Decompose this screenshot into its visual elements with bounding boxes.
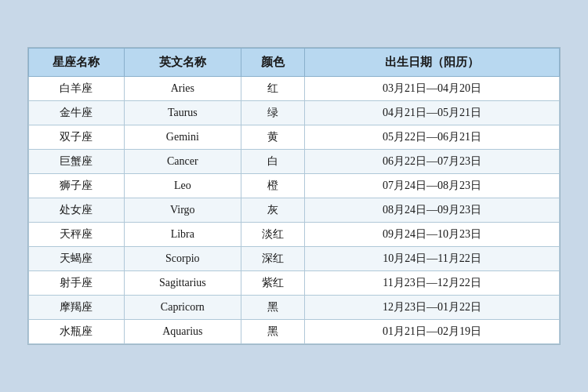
table-row: 白羊座Aries红03月21日—04月20日	[29, 77, 560, 101]
table-row: 天秤座Libra淡红09月24日—10月23日	[29, 223, 560, 247]
table-row: 巨蟹座Cancer白06月22日—07月23日	[29, 150, 560, 174]
cell-cn: 巨蟹座	[29, 150, 125, 174]
cell-color: 淡红	[241, 223, 304, 247]
cell-date: 01月21日—02月19日	[305, 320, 560, 344]
table-row: 天蝎座Scorpio深红10月24日—11月22日	[29, 247, 560, 271]
cell-color: 白	[241, 150, 304, 174]
cell-date: 06月22日—07月23日	[305, 150, 560, 174]
cell-cn: 白羊座	[29, 77, 125, 101]
cell-date: 09月24日—10月23日	[305, 223, 560, 247]
header-color: 颜色	[241, 49, 304, 77]
cell-cn: 金牛座	[29, 101, 125, 125]
cell-date: 07月24日—08月23日	[305, 174, 560, 198]
cell-en: Virgo	[124, 198, 241, 223]
cell-cn: 处女座	[29, 198, 125, 223]
table-row: 金牛座Taurus绿04月21日—05月21日	[29, 101, 560, 125]
table-row: 摩羯座Capricorn黑12月23日—01月22日	[29, 296, 560, 320]
cell-color: 橙	[241, 174, 304, 198]
cell-en: Capricorn	[124, 296, 241, 320]
cell-date: 12月23日—01月22日	[305, 296, 560, 320]
cell-color: 黑	[241, 296, 304, 320]
cell-date: 05月22日—06月21日	[305, 125, 560, 150]
cell-en: Sagittarius	[124, 271, 241, 296]
cell-color: 黑	[241, 320, 304, 344]
cell-color: 绿	[241, 101, 304, 125]
zodiac-table: 星座名称 英文名称 颜色 出生日期（阳历） 白羊座Aries红03月21日—04…	[28, 48, 560, 344]
cell-cn: 水瓶座	[29, 320, 125, 344]
cell-date: 10月24日—11月22日	[305, 247, 560, 271]
cell-date: 03月21日—04月20日	[305, 77, 560, 101]
cell-color: 黄	[241, 125, 304, 150]
cell-date: 04月21日—05月21日	[305, 101, 560, 125]
cell-cn: 摩羯座	[29, 296, 125, 320]
cell-en: Taurus	[124, 101, 241, 125]
header-en: 英文名称	[124, 49, 241, 77]
table-row: 射手座Sagittarius紫红11月23日—12月22日	[29, 271, 560, 296]
cell-en: Leo	[124, 174, 241, 198]
cell-date: 11月23日—12月22日	[305, 271, 560, 296]
cell-cn: 天秤座	[29, 223, 125, 247]
cell-color: 紫红	[241, 271, 304, 296]
table-row: 狮子座Leo橙07月24日—08月23日	[29, 174, 560, 198]
cell-color: 灰	[241, 198, 304, 223]
cell-color: 深红	[241, 247, 304, 271]
table-row: 水瓶座Aquarius黑01月21日—02月19日	[29, 320, 560, 344]
table-row: 处女座Virgo灰08月24日—09月23日	[29, 198, 560, 223]
cell-cn: 射手座	[29, 271, 125, 296]
header-cn: 星座名称	[29, 49, 125, 77]
header-date: 出生日期（阳历）	[305, 49, 560, 77]
zodiac-table-container: 星座名称 英文名称 颜色 出生日期（阳历） 白羊座Aries红03月21日—04…	[27, 47, 561, 345]
cell-en: Scorpio	[124, 247, 241, 271]
cell-en: Gemini	[124, 125, 241, 150]
cell-cn: 狮子座	[29, 174, 125, 198]
cell-color: 红	[241, 77, 304, 101]
table-header-row: 星座名称 英文名称 颜色 出生日期（阳历）	[29, 49, 560, 77]
cell-en: Libra	[124, 223, 241, 247]
cell-en: Cancer	[124, 150, 241, 174]
table-row: 双子座Gemini黄05月22日—06月21日	[29, 125, 560, 150]
cell-cn: 双子座	[29, 125, 125, 150]
cell-en: Aries	[124, 77, 241, 101]
cell-date: 08月24日—09月23日	[305, 198, 560, 223]
cell-cn: 天蝎座	[29, 247, 125, 271]
cell-en: Aquarius	[124, 320, 241, 344]
